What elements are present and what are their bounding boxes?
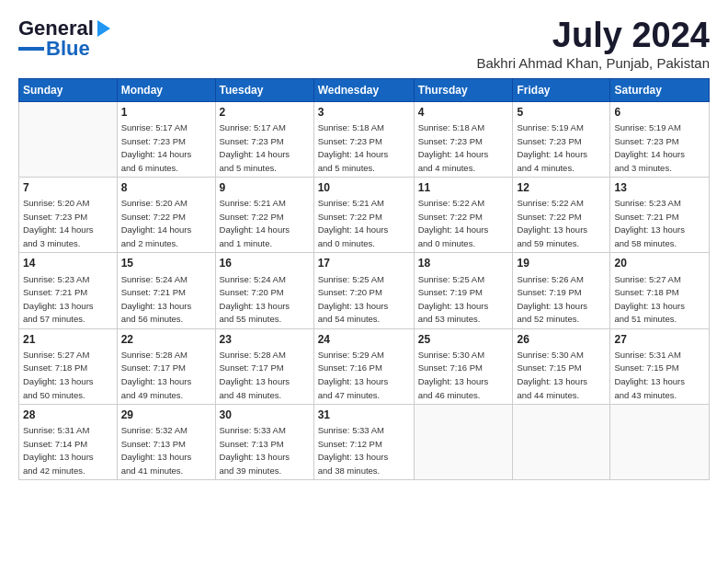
day-info: Sunrise: 5:19 AMSunset: 7:23 PMDaylight:… (517, 122, 587, 173)
day-info: Sunrise: 5:22 AMSunset: 7:22 PMDaylight:… (418, 198, 489, 248)
day-info: Sunrise: 5:17 AMSunset: 7:23 PMDaylight:… (220, 122, 290, 173)
day-info: Sunrise: 5:28 AMSunset: 7:17 PMDaylight:… (220, 350, 290, 400)
day-info: Sunrise: 5:25 AMSunset: 7:19 PMDaylight:… (418, 274, 489, 325)
day-info: Sunrise: 5:27 AMSunset: 7:18 PMDaylight:… (23, 350, 94, 400)
calendar-cell: 20Sunrise: 5:27 AMSunset: 7:18 PMDayligh… (610, 253, 710, 328)
logo-arrow-icon (97, 20, 110, 37)
week-row-1: 1Sunrise: 5:17 AMSunset: 7:23 PMDaylight… (19, 101, 710, 177)
day-number: 6 (614, 105, 705, 120)
day-info: Sunrise: 5:28 AMSunset: 7:17 PMDaylight:… (121, 350, 192, 400)
calendar-cell (414, 405, 513, 480)
day-number: 2 (220, 105, 310, 120)
week-row-5: 28Sunrise: 5:31 AMSunset: 7:14 PMDayligh… (19, 405, 710, 480)
day-number: 31 (318, 408, 410, 422)
day-info: Sunrise: 5:26 AMSunset: 7:19 PMDaylight:… (517, 274, 587, 325)
day-info: Sunrise: 5:20 AMSunset: 7:22 PMDaylight:… (121, 198, 192, 248)
day-number: 24 (318, 332, 410, 347)
day-number: 8 (121, 180, 211, 195)
weekday-monday: Monday (117, 78, 215, 101)
calendar-cell: 1Sunrise: 5:17 AMSunset: 7:23 PMDaylight… (117, 101, 215, 177)
calendar-cell: 4Sunrise: 5:18 AMSunset: 7:23 PMDaylight… (414, 101, 513, 177)
calendar-cell: 31Sunrise: 5:33 AMSunset: 7:12 PMDayligh… (313, 405, 414, 480)
day-number: 27 (614, 332, 705, 347)
calendar-cell: 9Sunrise: 5:21 AMSunset: 7:22 PMDaylight… (215, 178, 313, 253)
day-info: Sunrise: 5:30 AMSunset: 7:16 PMDaylight:… (418, 350, 489, 400)
day-number: 30 (220, 408, 310, 422)
calendar-cell: 3Sunrise: 5:18 AMSunset: 7:23 PMDaylight… (313, 101, 414, 177)
day-number: 19 (517, 256, 606, 270)
day-info: Sunrise: 5:23 AMSunset: 7:21 PMDaylight:… (614, 198, 685, 248)
day-number: 7 (23, 180, 113, 195)
calendar-cell: 30Sunrise: 5:33 AMSunset: 7:13 PMDayligh… (215, 405, 313, 480)
weekday-thursday: Thursday (414, 78, 513, 101)
weekday-friday: Friday (513, 78, 610, 101)
weekday-saturday: Saturday (610, 78, 710, 101)
calendar-cell: 11Sunrise: 5:22 AMSunset: 7:22 PMDayligh… (414, 178, 513, 253)
day-info: Sunrise: 5:22 AMSunset: 7:22 PMDaylight:… (517, 198, 587, 248)
day-info: Sunrise: 5:30 AMSunset: 7:15 PMDaylight:… (517, 350, 587, 400)
calendar-cell: 23Sunrise: 5:28 AMSunset: 7:17 PMDayligh… (215, 328, 313, 404)
day-number: 15 (121, 256, 211, 270)
weekday-tuesday: Tuesday (215, 78, 313, 101)
calendar-cell (513, 405, 610, 480)
calendar-cell: 22Sunrise: 5:28 AMSunset: 7:17 PMDayligh… (117, 328, 215, 404)
day-info: Sunrise: 5:17 AMSunset: 7:23 PMDaylight:… (121, 122, 192, 173)
day-info: Sunrise: 5:33 AMSunset: 7:12 PMDaylight:… (318, 425, 389, 476)
day-info: Sunrise: 5:25 AMSunset: 7:20 PMDaylight:… (318, 274, 389, 325)
weekday-wednesday: Wednesday (313, 78, 414, 101)
day-info: Sunrise: 5:31 AMSunset: 7:15 PMDaylight:… (614, 350, 685, 400)
week-row-4: 21Sunrise: 5:27 AMSunset: 7:18 PMDayligh… (19, 328, 710, 404)
calendar-cell: 10Sunrise: 5:21 AMSunset: 7:22 PMDayligh… (313, 178, 414, 253)
day-number: 12 (517, 180, 606, 195)
logo: General Blue (18, 17, 110, 61)
day-number: 4 (418, 105, 509, 120)
day-number: 5 (517, 105, 606, 120)
day-info: Sunrise: 5:19 AMSunset: 7:23 PMDaylight:… (614, 122, 685, 173)
day-info: Sunrise: 5:27 AMSunset: 7:18 PMDaylight:… (614, 274, 685, 325)
calendar-cell (19, 101, 118, 177)
logo-blue: Blue (46, 37, 90, 61)
calendar-cell: 21Sunrise: 5:27 AMSunset: 7:18 PMDayligh… (19, 328, 118, 404)
day-number: 22 (121, 332, 211, 347)
day-info: Sunrise: 5:24 AMSunset: 7:20 PMDaylight:… (220, 274, 290, 325)
day-info: Sunrise: 5:23 AMSunset: 7:21 PMDaylight:… (23, 274, 94, 325)
header: General Blue July 2024 Bakhri Ahmad Khan… (18, 17, 710, 71)
day-number: 23 (220, 332, 310, 347)
calendar-cell: 12Sunrise: 5:22 AMSunset: 7:22 PMDayligh… (513, 178, 610, 253)
day-info: Sunrise: 5:21 AMSunset: 7:22 PMDaylight:… (220, 198, 290, 248)
day-number: 16 (220, 256, 310, 270)
calendar-cell: 27Sunrise: 5:31 AMSunset: 7:15 PMDayligh… (610, 328, 710, 404)
calendar-cell: 28Sunrise: 5:31 AMSunset: 7:14 PMDayligh… (19, 405, 118, 480)
calendar-cell: 13Sunrise: 5:23 AMSunset: 7:21 PMDayligh… (610, 178, 710, 253)
week-row-2: 7Sunrise: 5:20 AMSunset: 7:23 PMDaylight… (19, 178, 710, 253)
calendar-cell: 24Sunrise: 5:29 AMSunset: 7:16 PMDayligh… (313, 328, 414, 404)
calendar-cell: 8Sunrise: 5:20 AMSunset: 7:22 PMDaylight… (117, 178, 215, 253)
day-number: 28 (23, 408, 113, 422)
calendar-cell: 7Sunrise: 5:20 AMSunset: 7:23 PMDaylight… (19, 178, 118, 253)
day-number: 29 (121, 408, 211, 422)
day-number: 18 (418, 256, 509, 270)
calendar-cell (610, 405, 710, 480)
day-info: Sunrise: 5:32 AMSunset: 7:13 PMDaylight:… (121, 425, 192, 476)
calendar-cell: 16Sunrise: 5:24 AMSunset: 7:20 PMDayligh… (215, 253, 313, 328)
subtitle: Bakhri Ahmad Khan, Punjab, Pakistan (477, 55, 711, 71)
calendar-table: SundayMondayTuesdayWednesdayThursdayFrid… (18, 78, 710, 481)
day-number: 21 (23, 332, 113, 347)
calendar-cell: 6Sunrise: 5:19 AMSunset: 7:23 PMDaylight… (610, 101, 710, 177)
day-info: Sunrise: 5:18 AMSunset: 7:23 PMDaylight:… (318, 122, 389, 173)
calendar-cell: 17Sunrise: 5:25 AMSunset: 7:20 PMDayligh… (313, 253, 414, 328)
title-block: July 2024 Bakhri Ahmad Khan, Punjab, Pak… (477, 17, 711, 71)
weekday-header-row: SundayMondayTuesdayWednesdayThursdayFrid… (19, 78, 710, 101)
calendar-cell: 2Sunrise: 5:17 AMSunset: 7:23 PMDaylight… (215, 101, 313, 177)
calendar-cell: 5Sunrise: 5:19 AMSunset: 7:23 PMDaylight… (513, 101, 610, 177)
day-info: Sunrise: 5:31 AMSunset: 7:14 PMDaylight:… (23, 425, 94, 476)
day-info: Sunrise: 5:24 AMSunset: 7:21 PMDaylight:… (121, 274, 192, 325)
day-info: Sunrise: 5:20 AMSunset: 7:23 PMDaylight:… (23, 198, 94, 248)
day-number: 1 (121, 105, 211, 120)
day-number: 25 (418, 332, 509, 347)
day-info: Sunrise: 5:33 AMSunset: 7:13 PMDaylight:… (220, 425, 290, 476)
day-info: Sunrise: 5:18 AMSunset: 7:23 PMDaylight:… (418, 122, 489, 173)
calendar-cell: 29Sunrise: 5:32 AMSunset: 7:13 PMDayligh… (117, 405, 215, 480)
logo-line-decor (18, 47, 44, 51)
month-title: July 2024 (477, 17, 711, 55)
